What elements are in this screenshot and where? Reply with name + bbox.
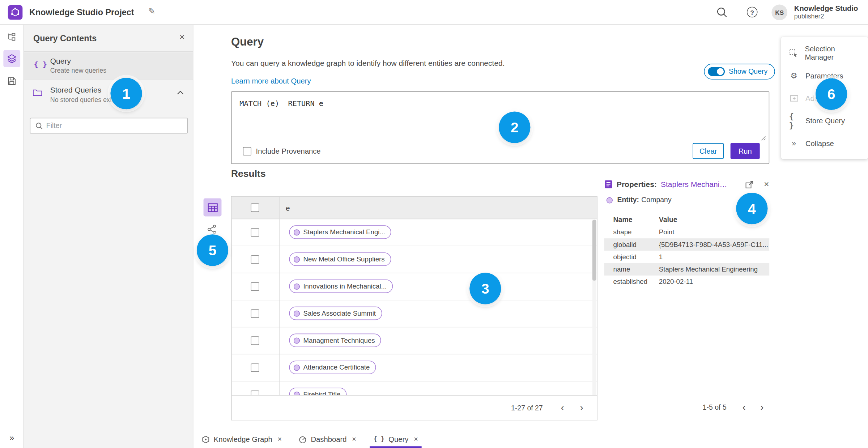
table-row: New Metal Office Suppliers (232, 246, 597, 273)
filter-input[interactable] (46, 119, 184, 132)
add-to-map-icon (789, 94, 799, 103)
results-pagination: 1-27 of 27 ‹ › (232, 395, 597, 420)
panel-header: Query Contents ✕ (24, 25, 193, 52)
menu-item-label: Collapse (805, 139, 834, 147)
annotation-badge-6: 6 (816, 78, 847, 110)
entity-label: Managment Techniques (303, 336, 375, 344)
menu-item-selection-manager[interactable]: Selection Manager (781, 42, 868, 64)
save-icon[interactable] (3, 73, 20, 90)
entity-label: Staplers Mechanical Engi... (303, 228, 385, 236)
close-properties-icon[interactable]: ✕ (764, 180, 770, 188)
entity-dot-icon (294, 229, 300, 235)
property-value: 1 (659, 253, 663, 261)
user-menu[interactable]: Knowledge Studio publisher2 (794, 4, 858, 20)
help-icon[interactable]: ? (747, 7, 758, 18)
entity-label: Entity: (617, 196, 639, 204)
show-query-toggle[interactable]: Show Query (704, 64, 775, 80)
expand-rail-icon[interactable]: » (0, 433, 24, 442)
pagination-text: 1-27 of 27 (511, 404, 543, 412)
filter-search-icon (35, 122, 43, 129)
table-row: Innovations in Mechanical... (232, 273, 597, 300)
close-tab-icon[interactable]: ✕ (413, 436, 418, 442)
collapse-icon: » (789, 138, 799, 148)
row-checkbox[interactable] (251, 255, 259, 264)
select-all-checkbox[interactable] (251, 204, 259, 212)
entity-label: Innovations in Mechanical... (303, 282, 387, 290)
entity-dot-icon (294, 391, 300, 395)
row-checkbox[interactable] (251, 282, 259, 291)
catalog-icon[interactable] (3, 28, 20, 45)
scrollbar-thumb[interactable] (592, 220, 596, 281)
entity-label: Attendance Certificate (303, 363, 370, 371)
properties-label: Properties: (617, 180, 657, 188)
learn-more-link[interactable]: Learn more about Query (231, 77, 311, 85)
entity-pill[interactable]: Staplers Mechanical Engi... (289, 225, 391, 239)
close-tab-icon[interactable]: ✕ (277, 436, 282, 442)
property-value: 2020-02-11 (659, 278, 693, 286)
prev-page-button[interactable]: ‹ (555, 400, 570, 415)
tab-knowledge-graph[interactable]: Knowledge Graph ✕ (199, 431, 286, 448)
app-logo-icon (8, 5, 23, 20)
help-glyph: ? (750, 9, 754, 16)
sidebar-item-query[interactable]: { } Query Create new queries (24, 52, 193, 80)
results-table: e Staplers Mechanical Engi... New Metal … (231, 196, 597, 420)
left-rail: » (0, 25, 24, 448)
property-row: shape Point (604, 226, 770, 238)
stored-queries-title: Stored Queries (50, 86, 101, 94)
bottom-tab-bar: Knowledge Graph ✕ Dashboard ✕ { } Query … (194, 431, 868, 448)
entity-pill[interactable]: Firebird Title (289, 388, 346, 395)
entity-dot-icon (294, 337, 300, 344)
table-view-button[interactable] (204, 199, 222, 217)
query-text[interactable]: MATCH (e) RETURN e (239, 99, 323, 107)
search-icon[interactable] (716, 7, 728, 18)
entity-label: Firebird Title (303, 391, 340, 395)
menu-item-store-query[interactable]: { } Store Query (781, 109, 868, 132)
include-provenance-checkbox[interactable] (243, 147, 251, 155)
chevron-up-icon[interactable] (177, 91, 184, 95)
properties-entity-link[interactable]: Staplers Mechanic... (661, 180, 728, 188)
knowledge-graph-icon (202, 435, 210, 443)
filter-box (30, 118, 188, 134)
close-tab-icon[interactable]: ✕ (352, 436, 357, 442)
property-row: objectid 1 (604, 251, 770, 263)
open-in-new-icon[interactable] (745, 180, 753, 188)
stored-queries-section[interactable]: Stored Queries No stored queries exist (24, 80, 193, 112)
user-name: Knowledge Studio (794, 4, 858, 12)
layers-icon[interactable] (3, 50, 20, 67)
property-name: globalid (604, 240, 659, 248)
row-checkbox[interactable] (251, 336, 259, 345)
row-checkbox[interactable] (251, 363, 259, 372)
resize-handle-icon[interactable] (761, 136, 766, 141)
clear-button[interactable]: Clear (693, 143, 724, 159)
next-page-button[interactable]: › (755, 400, 770, 415)
tab-label: Dashboard (311, 435, 346, 443)
avatar[interactable]: KS (771, 4, 787, 20)
annotation-badge-4: 4 (736, 193, 767, 224)
next-page-button[interactable]: › (574, 400, 589, 415)
close-icon[interactable]: ✕ (179, 33, 185, 41)
entity-row: Entity: Company (607, 196, 672, 204)
property-value: Staplers Mechanical Engineering (659, 265, 758, 273)
entity-pill[interactable]: Attendance Certificate (289, 360, 376, 374)
menu-item-collapse[interactable]: » Collapse (781, 132, 868, 154)
query-contents-panel: Query Contents ✕ { } Query Create new qu… (24, 25, 193, 448)
entity-pill[interactable]: Managment Techniques (289, 334, 381, 347)
tab-dashboard[interactable]: Dashboard ✕ (295, 431, 360, 448)
row-checkbox[interactable] (251, 310, 259, 318)
entity-pill[interactable]: Innovations in Mechanical... (289, 280, 393, 293)
entity-pill[interactable]: Sales Associate Summit (289, 307, 382, 320)
run-button[interactable]: Run (731, 143, 760, 159)
prev-page-button[interactable]: ‹ (737, 400, 752, 415)
braces-icon: { } (34, 60, 47, 69)
tab-label: Knowledge Graph (214, 435, 272, 443)
annotation-badge-1: 1 (110, 78, 142, 109)
property-name: shape (604, 228, 659, 236)
tab-query[interactable]: { } Query ✕ (370, 431, 422, 448)
entity-pill[interactable]: New Metal Office Suppliers (289, 252, 391, 266)
results-title: Results (231, 168, 266, 180)
graph-view-icon[interactable] (207, 224, 217, 234)
row-checkbox[interactable] (251, 228, 259, 236)
col-name: Name (604, 216, 659, 224)
edit-title-icon[interactable]: ✎ (148, 6, 156, 16)
row-checkbox[interactable] (251, 391, 259, 395)
